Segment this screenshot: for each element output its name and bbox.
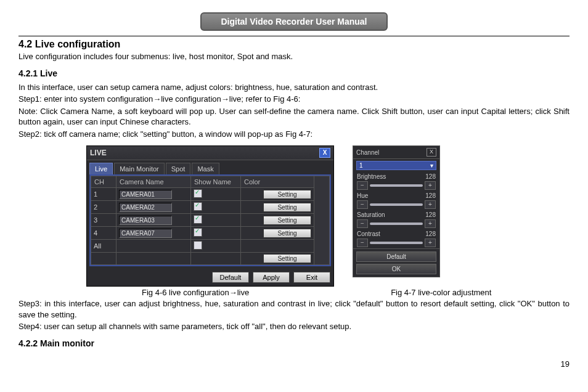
section-title: Live configuration	[35, 39, 121, 49]
subsection-1-heading: 4.2.1 Live	[18, 68, 570, 78]
live-config-dialog: LIVE X Live Main Monitor Spot Mask CH Ca…	[86, 145, 334, 287]
subsection-2-heading: 4.2.2 Main monitor	[18, 338, 570, 348]
tab-mask[interactable]: Mask	[192, 163, 219, 174]
hue-row: Hue 128 − +	[353, 191, 439, 210]
show-name-checkbox[interactable]	[194, 202, 202, 211]
chevron-down-icon: ▾	[430, 162, 433, 169]
setting-button[interactable]: Setting	[263, 190, 311, 199]
brightness-row: Brightness 128 − +	[353, 172, 439, 191]
contrast-slider[interactable]	[370, 242, 423, 244]
tab-main-monitor[interactable]: Main Monitor	[114, 163, 165, 174]
all-label: All	[91, 240, 116, 253]
plus-button[interactable]: +	[425, 181, 436, 190]
close-icon[interactable]: X	[427, 148, 436, 157]
paragraph-1: In this interface, user can setup camera…	[18, 82, 570, 93]
apply-button[interactable]: Apply	[253, 272, 290, 283]
col-camera-name: Camera Name	[116, 176, 191, 188]
ch-cell: 1	[91, 188, 116, 201]
brightness-label: Brightness	[357, 173, 386, 180]
all-setting-row: Setting	[91, 253, 330, 265]
channel-value: 1	[359, 162, 363, 169]
saturation-row: Saturation 128 − +	[353, 210, 439, 229]
intro-text: Live configuration includes four submenu…	[18, 51, 570, 62]
subsection-1-number: 4.2.1	[18, 68, 38, 78]
camera-name-input[interactable]: CAMERA02	[119, 203, 172, 212]
ch-cell: 4	[91, 227, 116, 240]
subsection-1-title: Live	[40, 68, 57, 78]
channel-select[interactable]: 1 ▾	[356, 161, 436, 170]
dialog-title: LIVE	[90, 149, 107, 157]
all-setting-button[interactable]: Setting	[263, 254, 311, 263]
hue-slider[interactable]	[370, 203, 423, 206]
ch-cell: 3	[91, 214, 116, 227]
contrast-value: 128	[425, 231, 436, 237]
hue-label: Hue	[357, 192, 368, 199]
ch-cell: 2	[91, 201, 116, 214]
table-row: 3 CAMERA03 Setting	[91, 214, 330, 227]
show-name-checkbox[interactable]	[194, 189, 202, 198]
close-icon[interactable]: X	[319, 148, 330, 158]
setting-button[interactable]: Setting	[263, 203, 311, 212]
paragraph-2: Step1: enter into system configuration→l…	[18, 94, 570, 105]
all-checkbox[interactable]	[194, 241, 202, 250]
subsection-2-number: 4.2.2	[18, 338, 38, 348]
figure-1-caption: Fig 4-6 live configuration→live	[142, 288, 249, 297]
channel-label: Channel	[356, 149, 379, 156]
table-row: 1 CAMERA01 Setting	[91, 188, 330, 201]
plus-button[interactable]: +	[425, 200, 436, 209]
setting-button[interactable]: Setting	[263, 216, 311, 225]
camera-name-input[interactable]: CAMERA03	[119, 216, 172, 225]
col-show-name: Show Name	[191, 176, 241, 188]
exit-button[interactable]: Exit	[293, 272, 330, 283]
header-rule	[18, 36, 570, 36]
contrast-label: Contrast	[357, 231, 380, 237]
saturation-label: Saturation	[357, 211, 385, 218]
brightness-value: 128	[425, 173, 436, 180]
camera-name-input[interactable]: CAMERA01	[119, 190, 172, 199]
paragraph-5: Step3: in this interface, user can adjus…	[18, 298, 570, 320]
subsection-2-title: Main monitor	[40, 338, 94, 348]
show-name-checkbox[interactable]	[194, 228, 202, 237]
table-row: 4 CAMERA07 Setting	[91, 227, 330, 240]
manual-header: Digital Video Recorder User Manual	[200, 12, 388, 31]
hue-value: 128	[425, 192, 436, 199]
default-button[interactable]: Default	[212, 272, 249, 283]
tab-spot[interactable]: Spot	[166, 163, 191, 174]
scrollbar[interactable]	[314, 176, 330, 265]
default-button[interactable]: Default	[356, 251, 436, 262]
ok-button[interactable]: OK	[356, 264, 436, 274]
minus-button[interactable]: −	[357, 219, 368, 228]
section-heading: 4.2 Live configuration	[18, 39, 570, 50]
minus-button[interactable]: −	[357, 181, 368, 190]
saturation-value: 128	[425, 211, 436, 218]
page-number: 19	[18, 359, 570, 369]
plus-button[interactable]: +	[425, 219, 436, 228]
section-number: 4.2	[18, 39, 32, 49]
brightness-slider[interactable]	[370, 184, 423, 187]
color-adjust-dialog: Channel X 1 ▾ Brightness 128 − + Hue 128	[353, 145, 440, 277]
col-ch: CH	[91, 176, 116, 188]
table-header-row: CH Camera Name Show Name Color	[91, 176, 330, 188]
paragraph-3: Note: Click Camera Name, a soft keyboard…	[18, 106, 570, 128]
minus-button[interactable]: −	[357, 239, 368, 247]
figure-2-caption: Fig 4-7 live-color adjustment	[391, 288, 491, 297]
setting-button[interactable]: Setting	[263, 229, 311, 238]
show-name-checkbox[interactable]	[194, 215, 202, 224]
saturation-slider[interactable]	[370, 223, 423, 225]
contrast-row: Contrast 128 − +	[353, 229, 439, 248]
paragraph-6: Step4: user can setup all channels with …	[18, 321, 570, 332]
col-color: Color	[241, 176, 314, 188]
paragraph-4: Step2: tick off camera name; click "sett…	[18, 129, 570, 140]
tab-live[interactable]: Live	[89, 163, 113, 174]
camera-name-input[interactable]: CAMERA07	[119, 229, 172, 238]
table-row: 2 CAMERA02 Setting	[91, 201, 330, 214]
all-row: All	[91, 240, 330, 253]
plus-button[interactable]: +	[425, 239, 436, 247]
minus-button[interactable]: −	[357, 200, 368, 209]
